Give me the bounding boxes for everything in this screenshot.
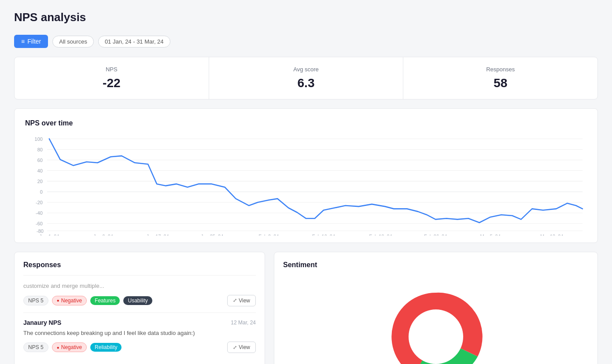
- nps-chart-svg: 100 80 60 40 20 0 -20 -40 -60 -80 Jan 1,…: [25, 134, 587, 235]
- x-label-feb26: Feb 26, 24: [424, 234, 447, 235]
- tags-row-1: NPS 5 ● Negative Features Usability ⤢ Vi…: [23, 295, 256, 306]
- page-title: NPS analysis: [14, 11, 598, 24]
- y-label-100: 100: [35, 136, 43, 141]
- filter-label: Filter: [27, 38, 41, 45]
- chart-title: NPS over time: [25, 119, 587, 127]
- tags-row-2: NPS 5 ● Negative Reliability ⤢ View: [23, 342, 256, 353]
- responses-metric: Responses 58: [403, 57, 597, 99]
- x-label-mar5: Mar 5, 24: [480, 234, 501, 235]
- tag-negative-1: ● Negative: [52, 296, 87, 305]
- response-text-2: The connections keep breaking up and I f…: [23, 329, 256, 338]
- sentiment-donut-svg: [379, 279, 493, 364]
- donut-hole: [409, 309, 463, 364]
- sentiment-card-title: Sentiment: [283, 261, 589, 269]
- y-label-m40: -40: [36, 210, 43, 216]
- y-label-m60: -60: [36, 221, 43, 226]
- y-label-40: 40: [37, 168, 43, 173]
- sentiment-card: Sentiment: [274, 252, 598, 364]
- response-name-2: Janaury NPS: [23, 319, 61, 326]
- x-label-jan9: Jan 9, 24: [93, 234, 113, 235]
- nps-label: NPS: [23, 66, 200, 73]
- avg-value: 6.3: [218, 76, 394, 90]
- x-label-mar13: Mar 13, 24: [540, 234, 563, 235]
- expand-icon-2: ⤢: [233, 345, 237, 350]
- dates-chip[interactable]: 01 Jan, 24 - 31 Mar, 24: [98, 36, 170, 48]
- avg-metric: Avg score 6.3: [209, 57, 404, 99]
- tag-usability-1: Usability: [123, 296, 152, 305]
- expand-icon-1: ⤢: [233, 298, 237, 303]
- y-label-m20: -20: [36, 200, 43, 205]
- tag-nps-1: NPS 5: [23, 296, 48, 305]
- nps-chart-container: 100 80 60 40 20 0 -20 -40 -60 -80 Jan 1,…: [25, 134, 587, 235]
- view-button-2[interactable]: ⤢ View: [227, 342, 256, 353]
- response-date-2: 12 Mar, 24: [231, 320, 256, 326]
- x-label-jan17: Jan 17, 24: [146, 234, 169, 235]
- view-button-1[interactable]: ⤢ View: [227, 295, 256, 306]
- nps-line: [49, 139, 583, 222]
- nps-chart-card: NPS over time 100 80 60 40 20 0 -20 -40: [14, 108, 598, 243]
- sentiment-donut-container: [283, 275, 589, 364]
- filter-button[interactable]: ≡ Filter: [14, 35, 48, 48]
- tag-reliability-2: Reliability: [90, 343, 122, 352]
- negative-icon-2: ●: [57, 345, 59, 350]
- nps-value: -22: [23, 76, 200, 90]
- responses-card-title: Responses: [23, 261, 256, 269]
- x-label-feb10: Feb 10, 24: [312, 234, 335, 235]
- response-item-2: Janaury NPS 12 Mar, 24 The connections k…: [23, 313, 256, 360]
- y-label-0: 0: [40, 189, 43, 195]
- y-label-60: 60: [37, 157, 43, 162]
- tag-nps-2: NPS 5: [23, 342, 48, 352]
- negative-icon-1: ●: [57, 298, 59, 303]
- bottom-row: Responses customize and merge multiple..…: [14, 252, 598, 364]
- responses-value: 58: [412, 76, 589, 90]
- y-label-20: 20: [37, 179, 43, 184]
- response-item-1: customize and merge multiple... NPS 5 ● …: [23, 275, 256, 313]
- nps-metric: NPS -22: [15, 57, 209, 99]
- x-label-jan1: Jan 1, 24: [39, 234, 59, 235]
- filter-icon: ≡: [21, 38, 25, 45]
- tag-negative-2: ● Negative: [52, 342, 87, 352]
- y-label-m80: -80: [37, 228, 44, 233]
- x-label-feb2: Feb 2, 24: [258, 234, 279, 235]
- y-label-80: 80: [37, 147, 43, 152]
- metrics-row: NPS -22 Avg score 6.3 Responses 58: [14, 57, 598, 99]
- x-label-jan25: Jan 25, 24: [201, 234, 223, 235]
- responses-label: Responses: [412, 66, 589, 73]
- responses-card: Responses customize and merge multiple..…: [14, 252, 265, 364]
- x-label-feb18: Feb 18, 24: [369, 234, 392, 235]
- tag-features-1: Features: [90, 296, 120, 305]
- avg-label: Avg score: [218, 66, 394, 73]
- toolbar: ≡ Filter All sources 01 Jan, 24 - 31 Mar…: [14, 35, 598, 48]
- sources-chip[interactable]: All sources: [52, 36, 94, 48]
- response-header-2: Janaury NPS 12 Mar, 24: [23, 319, 256, 326]
- response-text-1: customize and merge multiple...: [23, 282, 256, 290]
